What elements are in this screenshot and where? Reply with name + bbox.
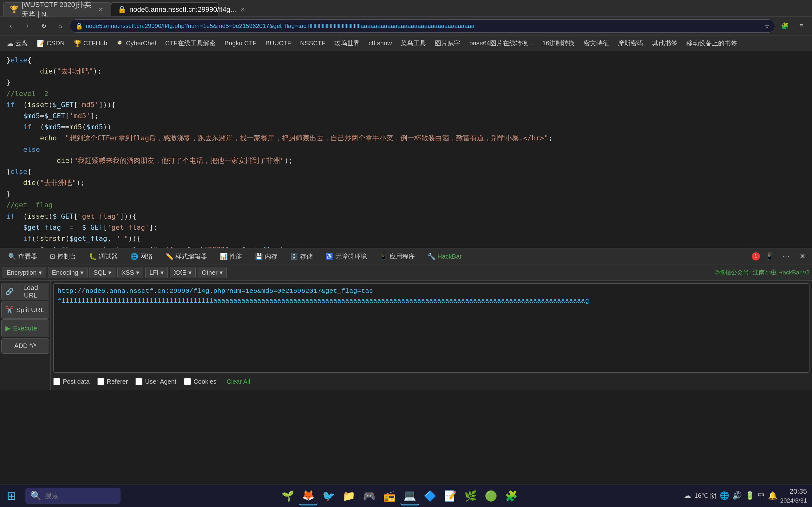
new-tab-button[interactable]: +	[219, 3, 232, 16]
taskbar-search-input[interactable]	[45, 492, 108, 500]
volume-icon[interactable]: 🔊	[732, 491, 742, 500]
bookmark-icon[interactable]: ☆	[764, 22, 770, 30]
bookmark-csdn[interactable]: 📝CSDN	[34, 38, 68, 49]
taskbar-app-11[interactable]: 🟢	[481, 487, 501, 505]
taskbar-app-1[interactable]: 🌱	[278, 487, 298, 505]
sql-dropdown[interactable]: SQL ▾	[90, 267, 115, 278]
input-method-icon[interactable]: 中	[758, 491, 765, 500]
forward-button[interactable]: ›	[20, 19, 34, 33]
devtools-tab-perf[interactable]: 📊 性能	[214, 250, 248, 263]
encoding-dropdown[interactable]: Encoding ▾	[48, 267, 88, 278]
bookmark-ctf-tool[interactable]: CTF在线工具解密	[162, 38, 219, 49]
windows-icon: ⊞	[7, 489, 16, 503]
add-label: ADD */*	[14, 342, 36, 349]
devtools-close-button[interactable]: ✕	[796, 249, 809, 263]
referer-option[interactable]: Referer	[97, 378, 128, 385]
bookmark-imgocr[interactable]: 图片赋字	[432, 38, 463, 49]
devtools-tab-accessibility[interactable]: ♿ 无障碍环境	[320, 250, 373, 263]
post-data-checkbox[interactable]	[53, 378, 60, 385]
code-line-10: die("我赶紧喊来我的酒肉朋友，他打了个电话，把他一家安排到了非洲");	[6, 155, 806, 166]
bookmark-other[interactable]: 其他书签	[649, 38, 681, 49]
devtools-tab-console[interactable]: ⊡ 控制台	[44, 250, 82, 263]
refresh-button[interactable]: ↻	[37, 19, 51, 33]
taskbar-app-vscode[interactable]: 🔷	[420, 487, 440, 505]
taskbar-app-files[interactable]: 📁	[339, 487, 358, 505]
extensions-button[interactable]: 🧩	[778, 19, 792, 33]
bookmark-cipher[interactable]: 密文特征	[580, 38, 612, 49]
bookmark-yun[interactable]: ☁云盘	[4, 38, 31, 49]
url-input[interactable]	[53, 283, 809, 373]
code-line-15: if (isset($_GET['get_flag'])){	[6, 211, 806, 222]
split-url-button[interactable]: ✂️ Split URL	[1, 301, 49, 319]
bookmark-ctfhub[interactable]: 🏆CTFHub	[70, 38, 111, 49]
xss-dropdown[interactable]: XSS ▾	[117, 267, 143, 278]
devtools-tab-debugger[interactable]: 🐛 调试器	[83, 250, 123, 263]
taskbar-app-5[interactable]: 🎮	[360, 487, 379, 505]
responsive-design-button[interactable]: 📱	[763, 249, 776, 263]
devtools-tab-memory[interactable]: 💾 内存	[249, 250, 283, 263]
battery-icon[interactable]: 🔋	[745, 491, 755, 500]
bookmark-ctfshow[interactable]: ctf.show	[365, 38, 395, 48]
network-tray-icon[interactable]: 🌐	[720, 491, 729, 500]
address-bar: ‹ › ↻ ⌂ 🔒 node5.anna.nssctf.cn:29990/fl4…	[0, 16, 812, 36]
home-button[interactable]: ⌂	[53, 19, 67, 33]
lfi-dropdown[interactable]: LFI ▾	[145, 267, 168, 278]
user-agent-option[interactable]: User Agent	[136, 378, 176, 385]
start-button[interactable]: ⊞	[0, 485, 23, 507]
bookmark-runoob[interactable]: 菜鸟工具	[397, 38, 429, 49]
taskbar-app-6[interactable]: 📻	[380, 487, 399, 505]
taskbar-app-firefox[interactable]: 🦊	[299, 487, 318, 505]
bookmark-cyberchef[interactable]: 🍳CyberChef	[113, 38, 159, 49]
bookmark-hex[interactable]: 16进制转换	[539, 38, 578, 49]
bookmark-bugku[interactable]: Bugku CTF	[221, 38, 260, 48]
tab-close-1[interactable]: ✕	[97, 5, 104, 14]
devtools-tab-hackbar[interactable]: 🔧 HackBar	[422, 250, 467, 262]
taskbar-app-terminal[interactable]: 💻	[400, 487, 419, 505]
load-url-button[interactable]: 🔗 Load URL	[1, 283, 49, 300]
cookies-option[interactable]: Cookies	[184, 378, 216, 385]
other-dropdown[interactable]: Other ▾	[198, 267, 227, 278]
back-button[interactable]: ‹	[4, 19, 18, 33]
devtools-tab-storage[interactable]: 🗄️ 存储	[285, 250, 318, 263]
menu-button[interactable]: ≡	[794, 19, 808, 33]
code-line-13: }	[6, 188, 806, 199]
bookmark-buuctf[interactable]: BUUCTF	[262, 38, 294, 48]
perf-icon: 📊	[220, 252, 228, 260]
taskbar-clock[interactable]: 20:35 2024/8/31	[780, 487, 807, 505]
clear-all-button[interactable]: Clear All	[226, 378, 250, 385]
encryption-label: Encryption	[7, 269, 37, 276]
style-icon: ✏️	[165, 252, 173, 260]
user-agent-checkbox[interactable]	[136, 378, 142, 385]
bookmark-nssctf[interactable]: NSSCTF	[297, 38, 328, 48]
devtools-tab-inspector[interactable]: 🔍 查看器	[3, 250, 43, 263]
taskbar-search-box[interactable]: 🔍	[26, 488, 120, 504]
devtools-tab-application[interactable]: 📱 应用程序	[374, 250, 420, 263]
devtools-tab-style[interactable]: ✏️ 样式编辑器	[160, 250, 213, 263]
encryption-dropdown[interactable]: Encryption ▾	[3, 267, 46, 278]
taskbar-app-3[interactable]: 🐦	[319, 487, 338, 505]
tab-active[interactable]: 🔒 node5.anna.nssctf.cn:29990/fl4g... ✕	[111, 2, 219, 16]
bookmark-mobile[interactable]: 移动设备上的书签	[683, 38, 740, 49]
devtools-more-button[interactable]: ⋯	[779, 249, 793, 263]
taskbar: ⊞ 🔍 🌱 🦊 🐦 📁 🎮 📻 💻 🔷 📝 🌿 🟢 🧩 ☁ 16°C 阴 🌐 🔊…	[0, 484, 812, 507]
address-input-container[interactable]: 🔒 node5.anna.nssctf.cn:29990/fl4g.php?nu…	[70, 19, 775, 33]
post-data-option[interactable]: Post data	[53, 378, 90, 385]
taskbar-app-12[interactable]: 🧩	[502, 487, 521, 505]
add-button[interactable]: ADD */*	[1, 338, 49, 354]
devtools-panel: 🔍 查看器 ⊡ 控制台 🐛 调试器 🌐 网络 ✏️ 样式编辑器 📊 性能	[0, 248, 812, 390]
tab-close-2[interactable]: ✕	[239, 5, 247, 14]
devtools-tab-network[interactable]: 🌐 网络	[125, 250, 159, 263]
bookmark-base64img[interactable]: base64图片在线转换...	[466, 38, 537, 49]
code-line-17: if(!strstr($get_flag, " ")){	[6, 233, 806, 244]
bookmark-gfworld[interactable]: 攻坞世界	[331, 38, 363, 49]
xxe-dropdown[interactable]: XXE ▾	[170, 267, 196, 278]
cookies-checkbox[interactable]	[184, 378, 191, 385]
notification-icon[interactable]: 🔔	[768, 491, 777, 500]
referer-checkbox[interactable]	[97, 378, 104, 385]
bookmark-morse[interactable]: 摩斯密码	[615, 38, 647, 49]
tab-inactive[interactable]: 🏆 [WUSTCTF 2020]扑实无华 | N... ✕	[3, 2, 111, 16]
code-line-1: }else{	[6, 55, 806, 66]
execute-button[interactable]: ▶ Execute	[1, 320, 49, 337]
taskbar-app-notepad[interactable]: 📝	[441, 487, 460, 505]
taskbar-app-10[interactable]: 🌿	[461, 487, 480, 505]
